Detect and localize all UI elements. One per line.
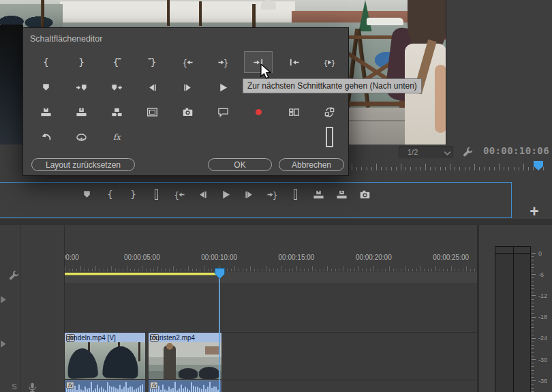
svg-text:}: }: [78, 57, 84, 67]
playback-resolution-select[interactable]: 1/2: [399, 146, 453, 157]
transport-spacer-separator: [151, 189, 162, 200]
dialog-button-play-in-to-out[interactable]: {}: [315, 51, 343, 73]
ruler-label: :00:00: [65, 254, 79, 261]
transport-go-to-in-button[interactable]: {: [174, 189, 185, 200]
timeline-settings-wrench-icon[interactable]: [8, 269, 20, 281]
timeline-panel: S :00:0000:00:05:0000:00:10:0000:00:15:0…: [0, 225, 477, 392]
clip-thumbnail-gondolas: [65, 342, 145, 379]
dialog-button-captions[interactable]: [209, 101, 237, 123]
dialog-button-go-to-in[interactable]: {: [173, 51, 202, 73]
audio-clip-touristen2[interactable]: fx: [149, 380, 221, 392]
voiceover-record-mic-icon[interactable]: [27, 382, 37, 392]
thumb-pole: [138, 342, 140, 361]
audio-meters-panel: 0-6-12-18-24-30-36: [477, 225, 552, 392]
reset-layout-button[interactable]: Layout zurücksetzen: [31, 158, 135, 171]
render-bar-yellow: [65, 273, 221, 275]
thumb-gondola: [102, 346, 139, 379]
ruler-label: 00:00:20:00: [346, 254, 401, 261]
transport-lift-button[interactable]: [313, 189, 324, 200]
dialog-button-multicam-view[interactable]: [279, 101, 308, 123]
dialog-button-export-frame[interactable]: [173, 101, 202, 123]
dialog-button-go-to-next-marker[interactable]: [67, 76, 95, 98]
video-clip-touristen2[interactable]: fx touristen2.mp4: [149, 333, 221, 379]
transport-mark-in-button[interactable]: {: [104, 189, 116, 200]
dialog-button-prev-edit-point[interactable]: [279, 51, 308, 73]
dialog-button-undo[interactable]: [31, 126, 60, 148]
svg-text:}: }: [331, 57, 335, 67]
dialog-button-extract[interactable]: [67, 101, 95, 123]
dialog-button-loop[interactable]: [315, 101, 343, 123]
svg-text:}: }: [273, 190, 278, 199]
video-gondolas: [0, 4, 63, 27]
track-expand-icon[interactable]: [0, 338, 6, 347]
transport-go-to-out-button[interactable]: }: [266, 189, 278, 200]
dialog-button-record[interactable]: [244, 101, 273, 123]
transport-step-forward-button[interactable]: [243, 189, 255, 200]
thumb-person: [164, 346, 176, 379]
svg-text:{: {: [107, 189, 113, 200]
add-button-plus[interactable]: +: [526, 203, 542, 220]
transport-export-frame-button[interactable]: [359, 189, 371, 200]
thumb-boat: [179, 368, 198, 379]
svg-text:}: }: [150, 57, 156, 67]
monitor-scrubber[interactable]: [352, 161, 548, 171]
ok-button[interactable]: OK: [208, 158, 272, 171]
dialog-button-insert[interactable]: [102, 101, 131, 123]
meter-db-label: -6: [538, 271, 544, 278]
svg-text:{: {: [112, 57, 119, 67]
thumb-gondola: [67, 348, 98, 379]
timeline-ruler[interactable]: [65, 265, 477, 271]
dialog-button-add-marker[interactable]: [31, 76, 60, 98]
solo-track-button[interactable]: S: [9, 382, 20, 392]
tooltip-text: Zur nächsten Schnittkante gehen (Nach un…: [243, 78, 422, 93]
video-pole: [252, 4, 256, 27]
thumb-building: [205, 346, 220, 355]
dialog-button-mark-in[interactable]: {: [31, 51, 60, 73]
cancel-button[interactable]: Abbrechen: [279, 158, 344, 171]
dialog-button-go-to-prev-marker[interactable]: [102, 76, 131, 98]
svg-text:fx: fx: [112, 132, 121, 142]
dialog-button-proxies[interactable]: [67, 126, 95, 148]
meter-db-label: -18: [538, 314, 547, 320]
dialog-button-clear-in[interactable]: {: [102, 51, 131, 73]
dialog-button-safe-margins[interactable]: [138, 101, 166, 123]
video-pole: [167, 0, 170, 26]
svg-text:{: {: [42, 57, 48, 67]
transport-spacer-separator: [290, 189, 301, 200]
current-timecode: 00:00:10:06: [476, 145, 549, 156]
dialog-button-step-forward[interactable]: [173, 76, 202, 98]
meter-db-label: -24: [538, 335, 547, 342]
track-expand-icon[interactable]: [0, 294, 6, 303]
svg-text:}: }: [223, 57, 228, 67]
ruler-label: 00:00:25:00: [424, 254, 477, 261]
video-tourist-arm: [435, 65, 446, 133]
button-editor-dialog: Schaltflächeneditor {}{}{}{}fx Layout zu…: [22, 27, 349, 176]
transport-extract-button[interactable]: [336, 189, 348, 200]
ruler-label: 00:00:10:00: [192, 254, 247, 261]
premiere-app-window: 1/2 00:00:10:06 {}{} + S :00:0000:00:05:…: [0, 0, 552, 392]
dialog-button-mark-out[interactable]: }: [67, 51, 95, 73]
svg-text:}: }: [130, 189, 136, 200]
dialog-button-lift[interactable]: [31, 101, 60, 123]
dialog-button-go-to-out[interactable]: }: [209, 51, 237, 73]
dialog-button-step-back[interactable]: [138, 76, 166, 98]
monitor-settings-wrench-icon[interactable]: [462, 146, 474, 157]
dialog-button-play[interactable]: [209, 76, 237, 98]
video-white-boat: [367, 18, 403, 25]
mouse-cursor: [260, 64, 272, 80]
clip-thumbnail-tourist: [149, 342, 221, 379]
transport-step-back-button[interactable]: [197, 189, 209, 200]
clip-label: gondeln.mp4 [V]: [66, 334, 116, 342]
audio-clip-gondeln[interactable]: fx: [65, 380, 145, 392]
svg-text:{: {: [182, 57, 187, 67]
dialog-button-global-fx-mute[interactable]: fx: [102, 126, 131, 148]
dialog-button-spacer[interactable]: [315, 126, 343, 148]
dialog-button-clear-out[interactable]: }: [138, 51, 166, 73]
thumb-person-head: [166, 343, 173, 350]
transport-mark-out-button[interactable]: }: [127, 189, 139, 200]
meter-db-label: -30: [538, 357, 547, 363]
meter-db-label: -12: [538, 292, 547, 299]
video-clip-gondeln[interactable]: fx gondeln.mp4 [V]: [65, 333, 145, 379]
transport-add-marker-button[interactable]: [81, 189, 93, 200]
transport-play-button[interactable]: [220, 189, 232, 200]
